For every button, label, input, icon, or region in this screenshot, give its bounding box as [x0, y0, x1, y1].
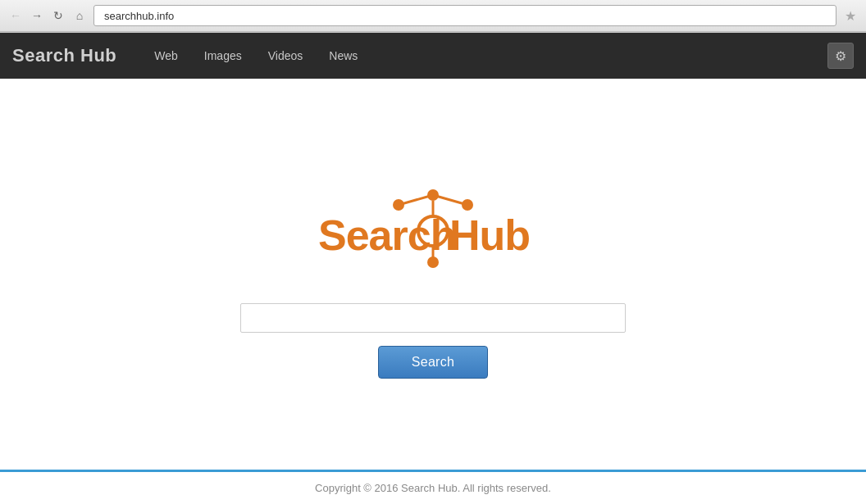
settings-button[interactable]: ⚙ — [827, 43, 854, 69]
svg-text:Hub: Hub — [449, 211, 530, 259]
nav-buttons: ← → ↻ ⌂ — [7, 7, 89, 25]
nav-links: Web Images Videos News — [141, 34, 827, 77]
logo-container: Search Hub — [310, 188, 556, 279]
nav-bar: Search Hub Web Images Videos News ⚙ — [0, 33, 866, 79]
footer-text: Copyright © 2016 Search Hub. All rights … — [315, 482, 551, 494]
svg-text:Search: Search — [318, 211, 455, 259]
nav-link-web[interactable]: Web — [141, 34, 191, 77]
browser-toolbar: ← → ↻ ⌂ ★ — [0, 0, 866, 32]
bookmark-button[interactable]: ★ — [841, 7, 859, 25]
back-button[interactable]: ← — [7, 7, 25, 25]
address-bar[interactable] — [104, 10, 829, 22]
browser-chrome: ← → ↻ ⌂ ★ — [0, 0, 866, 33]
nav-link-news[interactable]: News — [316, 34, 371, 77]
search-button[interactable]: Search — [378, 346, 489, 379]
reload-button[interactable]: ↻ — [49, 7, 67, 25]
nav-link-videos[interactable]: Videos — [255, 34, 317, 77]
logo-svg: Search Hub — [310, 188, 556, 279]
main-content: Search Hub Search — [0, 79, 866, 456]
home-button[interactable]: ⌂ — [71, 7, 89, 25]
nav-link-images[interactable]: Images — [191, 34, 255, 77]
forward-button[interactable]: → — [28, 7, 46, 25]
address-bar-wrap — [93, 5, 836, 26]
site-title: Search Hub — [12, 45, 116, 66]
search-area: Search — [0, 303, 866, 379]
search-input[interactable] — [240, 303, 626, 333]
svg-line-3 — [399, 195, 433, 205]
svg-line-4 — [433, 195, 467, 205]
footer: Copyright © 2016 Search Hub. All rights … — [0, 470, 866, 504]
